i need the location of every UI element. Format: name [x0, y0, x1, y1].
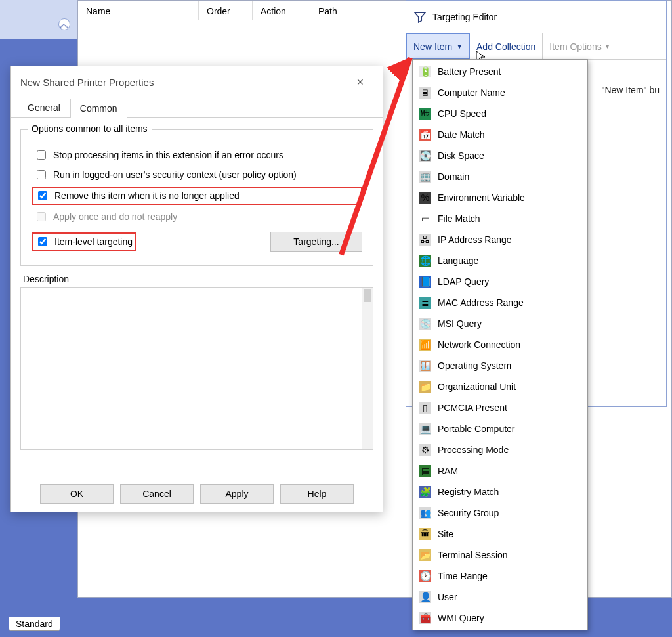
menu-item-organizational-unit[interactable]: 📁Organizational Unit [413, 376, 587, 397]
checkbox-stop-processing[interactable] [37, 150, 46, 160]
portable-computer-icon: 💻 [419, 423, 431, 435]
processing-mode-icon: ⚙ [419, 444, 431, 456]
menu-item-domain[interactable]: 🏢Domain [413, 166, 587, 187]
menu-item-operating-system[interactable]: 🪟Operating System [413, 355, 587, 376]
menu-item-msi-query[interactable]: 💿MSI Query [413, 313, 587, 334]
help-button[interactable]: Help [280, 484, 354, 504]
menu-item-label: Language [438, 255, 478, 266]
ldap-query-icon: 📘 [419, 276, 431, 288]
menu-item-label: Terminal Session [438, 550, 508, 560]
description-label: Description [23, 274, 373, 284]
opt-remove-when-unapplied[interactable]: Remove this item when it is no longer ap… [32, 187, 362, 205]
menu-item-pcmcia-present[interactable]: ▯PCMCIA Present [413, 397, 587, 418]
menu-item-label: Time Range [438, 571, 488, 581]
ram-icon: ▤ [419, 465, 431, 477]
menu-item-label: MSI Query [438, 318, 482, 329]
menu-item-label: RAM [438, 466, 458, 476]
registry-match-icon: 🧩 [419, 486, 431, 498]
menu-item-ram[interactable]: ▤RAM [413, 460, 587, 481]
close-button[interactable]: ✕ [347, 73, 373, 91]
add-collection-button[interactable]: Add Collection [470, 33, 543, 59]
sidebar-panel: ︽ [0, 0, 77, 39]
menu-item-battery-present[interactable]: 🔋Battery Present [413, 61, 587, 82]
tab-standard[interactable]: Standard [9, 617, 60, 631]
menu-item-label: MAC Address Range [438, 297, 524, 308]
group-legend: Options common to all items [28, 123, 152, 134]
checkbox-apply-once [37, 212, 46, 221]
tab-general[interactable]: General [18, 98, 70, 117]
opt-run-user-context[interactable]: Run in logged-on user's security context… [32, 167, 362, 183]
close-icon: ✕ [356, 77, 364, 87]
caret-down-icon: ▾ [606, 43, 609, 50]
tab-common[interactable]: Common [70, 99, 127, 118]
battery-present-icon: 🔋 [419, 66, 431, 77]
column-name[interactable]: Name [78, 1, 199, 20]
targeting-button[interactable]: Targeting... [270, 232, 362, 252]
menu-item-user[interactable]: 👤User [413, 586, 587, 607]
network-connection-icon: 📶 [419, 339, 431, 351]
menu-item-environment-variable[interactable]: %Environment Variable [413, 187, 587, 208]
opt-apply-once: Apply once and do not reapply [32, 209, 362, 225]
new-item-dropdown[interactable]: 🔋Battery Present🖥Computer Name㎒CPU Speed… [412, 59, 588, 630]
opt-stop-processing-label: Stop processing items in this extension … [53, 150, 284, 160]
menu-item-portable-computer[interactable]: 💻Portable Computer [413, 418, 587, 439]
scrollbar-thumb[interactable] [364, 289, 371, 302]
ok-button[interactable]: OK [40, 484, 114, 504]
menu-item-mac-address-range[interactable]: ≣MAC Address Range [413, 292, 587, 313]
description-textarea[interactable] [20, 287, 373, 450]
menu-item-ldap-query[interactable]: 📘LDAP Query [413, 271, 587, 292]
add-collection-label: Add Collection [476, 41, 536, 52]
menu-item-label: Registry Match [438, 487, 499, 497]
menu-item-label: WMI Query [438, 613, 484, 623]
organizational-unit-icon: 📁 [419, 381, 431, 393]
operating-system-icon: 🪟 [419, 360, 431, 372]
menu-item-label: IP Address Range [438, 234, 512, 245]
targeting-editor-toolbar: New Item ▼ Add Collection Item Options ▾ [406, 33, 666, 60]
menu-item-label: Security Group [438, 508, 499, 518]
menu-item-label: Disk Space [438, 150, 484, 161]
domain-icon: 🏢 [419, 171, 431, 183]
cancel-button[interactable]: Cancel [120, 484, 194, 504]
menu-item-time-range[interactable]: 🕑Time Range [413, 565, 587, 586]
targeting-editor-titlebar: Targeting Editor [406, 1, 666, 33]
opt-apply-once-label: Apply once and do not reapply [53, 211, 177, 222]
menu-item-date-match[interactable]: 📅Date Match [413, 124, 587, 145]
site-icon: 🏛 [419, 528, 431, 540]
menu-item-terminal-session[interactable]: 📂Terminal Session [413, 544, 587, 565]
printer-properties-dialog: New Shared Printer Properties ✕ General … [10, 66, 383, 512]
menu-item-disk-space[interactable]: 💽Disk Space [413, 145, 587, 166]
menu-item-language[interactable]: 🌐Language [413, 250, 587, 271]
targeting-editor-title: Targeting Editor [432, 12, 497, 22]
menu-item-file-match[interactable]: ▭File Match [413, 208, 587, 229]
menu-item-label: User [438, 592, 457, 602]
menu-item-label: Environment Variable [438, 192, 525, 203]
menu-item-security-group[interactable]: 👥Security Group [413, 502, 587, 523]
column-action[interactable]: Action [253, 1, 310, 20]
opt-stop-processing[interactable]: Stop processing items in this extension … [32, 147, 362, 163]
new-item-label: New Item [413, 41, 452, 52]
column-order[interactable]: Order [199, 1, 253, 20]
menu-item-computer-name[interactable]: 🖥Computer Name [413, 82, 587, 103]
checkbox-item-level-targeting[interactable] [38, 237, 47, 246]
menu-item-ip-address-range[interactable]: 🖧IP Address Range [413, 229, 587, 250]
menu-item-network-connection[interactable]: 📶Network Connection [413, 334, 587, 355]
menu-item-cpu-speed[interactable]: ㎒CPU Speed [413, 103, 587, 124]
bottom-tabstrip: Standard [9, 615, 60, 633]
menu-item-wmi-query[interactable]: 🧰WMI Query [413, 607, 587, 628]
menu-item-registry-match[interactable]: 🧩Registry Match [413, 481, 587, 502]
collapse-button[interactable]: ︽ [58, 18, 70, 30]
opt-item-level-targeting[interactable]: Item-level targeting [32, 232, 136, 251]
pcmcia-present-icon: ▯ [419, 402, 431, 414]
date-match-icon: 📅 [419, 129, 431, 141]
apply-button[interactable]: Apply [200, 484, 274, 504]
description-scrollbar[interactable] [362, 288, 373, 449]
checkbox-run-user-context[interactable] [37, 170, 46, 179]
new-item-button[interactable]: New Item ▼ [406, 33, 470, 59]
menu-item-label: Site [438, 529, 453, 539]
file-match-icon: ▭ [419, 213, 431, 225]
menu-item-site[interactable]: 🏛Site [413, 523, 587, 544]
menu-item-label: Operating System [438, 361, 511, 371]
checkbox-remove-when-unapplied[interactable] [38, 191, 47, 200]
menu-item-processing-mode[interactable]: ⚙Processing Mode [413, 439, 587, 460]
environment-variable-icon: % [419, 192, 431, 204]
